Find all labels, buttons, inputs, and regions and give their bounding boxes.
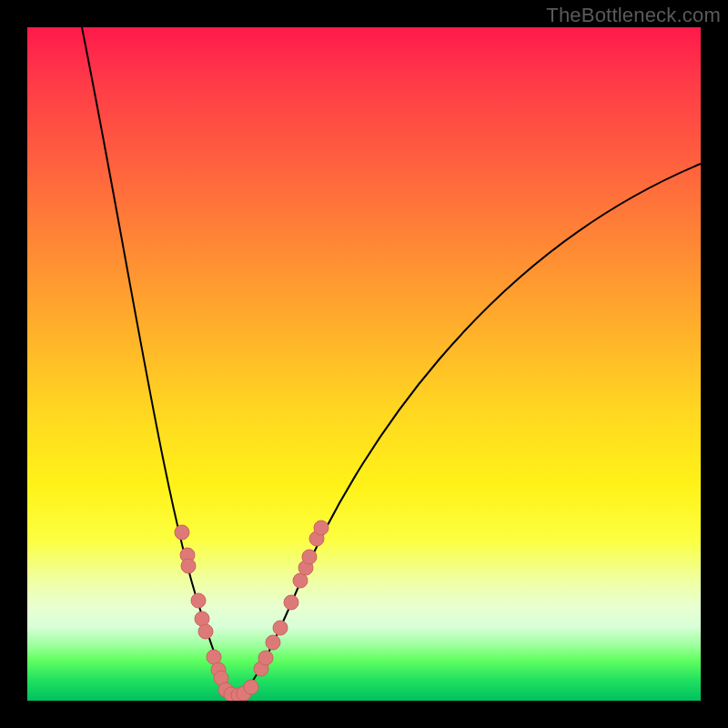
marker-dot — [191, 593, 206, 608]
curve-left — [82, 27, 232, 696]
marker-dot — [181, 559, 196, 573]
marker-dot — [175, 525, 189, 540]
watermark-text: TheBottleneck.com — [546, 4, 721, 27]
marker-dot — [244, 680, 258, 694]
chart-svg — [27, 27, 701, 701]
marker-dot — [258, 651, 273, 665]
marker-dot — [284, 595, 298, 610]
marker-dot — [302, 550, 317, 564]
chart-plot-area — [27, 27, 701, 701]
markers-group — [175, 521, 329, 701]
curve-right — [241, 164, 701, 696]
marker-dot — [273, 621, 288, 635]
marker-dot — [198, 624, 213, 639]
marker-dot — [195, 612, 209, 626]
marker-dot — [314, 521, 329, 535]
marker-dot — [266, 635, 280, 650]
